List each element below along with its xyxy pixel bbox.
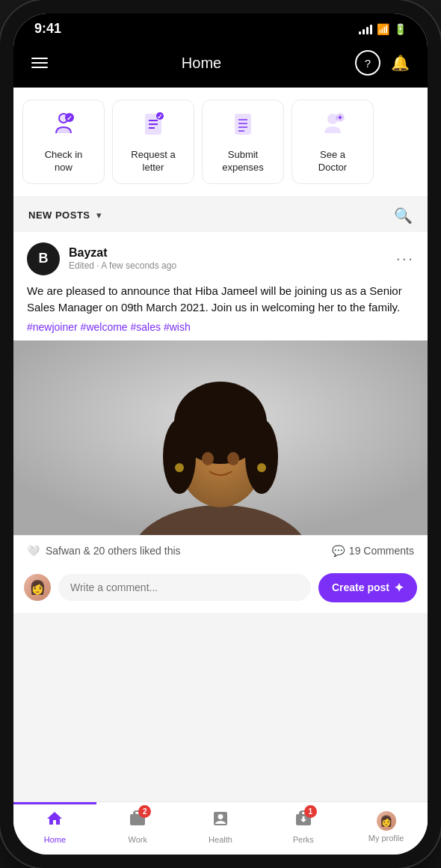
wifi-icon: 📶: [377, 23, 389, 35]
like-row[interactable]: 🤍 Safwan & 20 others liked this: [27, 545, 181, 557]
help-icon: ?: [365, 57, 371, 70]
work-badge: 2: [138, 805, 151, 818]
author-name: Bayzat: [69, 246, 176, 260]
action-check-in[interactable]: ✓ Check innow: [22, 100, 105, 184]
more-options-button[interactable]: ···: [396, 249, 414, 269]
page-title: Home: [182, 55, 221, 72]
svg-point-24: [163, 419, 196, 494]
post-actions: 🤍 Safwan & 20 others liked this 💬 19 Com…: [13, 535, 428, 566]
status-bar: 9:41 📶 🔋: [13, 13, 428, 41]
feed-title: NEW POSTS: [28, 210, 90, 221]
svg-point-15: [328, 114, 337, 123]
home-icon: [46, 810, 64, 832]
profile-avatar: 👩: [377, 811, 396, 831]
create-post-label: Create post: [332, 581, 389, 593]
notification-bell-icon[interactable]: 🔔: [391, 54, 410, 72]
feed-header: NEW POSTS ▾ 🔍: [13, 196, 428, 232]
nav-label-health: Health: [209, 835, 232, 844]
request-letter-label: Request aletter: [131, 149, 175, 174]
sparkle-icon: ✦: [394, 581, 404, 595]
post-body: We are pleased to announce that Hiba Jam…: [13, 280, 428, 340]
nav-right: ? 🔔: [355, 50, 410, 76]
submit-expenses-label: Submitexpenses: [222, 149, 264, 174]
comment-icon: 💬: [332, 545, 345, 557]
nav-item-perks[interactable]: 1 Perks: [262, 802, 345, 849]
phone-screen: 9:41 📶 🔋 Home ? 🔔: [13, 13, 428, 855]
status-time: 9:41: [34, 21, 61, 37]
search-icon[interactable]: 🔍: [394, 207, 413, 224]
signal-icon: [359, 24, 372, 34]
see-doctor-icon: [319, 111, 346, 143]
quick-actions-bar: ✓ Check innow ✓ Request al: [13, 88, 428, 196]
action-see-doctor[interactable]: See aDoctor: [292, 100, 374, 184]
nav-label-work: Work: [128, 835, 147, 844]
health-icon: [212, 810, 229, 832]
help-button[interactable]: ?: [355, 50, 380, 76]
comments-count: 19 Comments: [349, 545, 414, 557]
bottom-nav: Home 2 Work Health 1 Perks: [13, 801, 428, 855]
action-request-letter[interactable]: ✓ Request aletter: [112, 100, 194, 184]
svg-point-25: [245, 419, 278, 494]
nav-label-home: Home: [44, 835, 66, 844]
battery-icon: 🔋: [394, 23, 407, 35]
phone-shell: 9:41 📶 🔋 Home ? 🔔: [0, 0, 441, 868]
status-icons: 📶 🔋: [359, 23, 407, 35]
top-nav: Home ? 🔔: [13, 41, 428, 88]
comment-row[interactable]: 💬 19 Comments: [332, 545, 414, 557]
svg-point-27: [227, 452, 239, 465]
hamburger-menu[interactable]: [31, 58, 48, 68]
nav-label-perks: Perks: [293, 835, 314, 844]
create-post-button[interactable]: Create post ✦: [318, 573, 417, 602]
post-author-row: B Bayzat Edited · A few seconds ago: [27, 242, 176, 275]
post-card: B Bayzat Edited · A few seconds ago ··· …: [13, 232, 428, 613]
svg-point-29: [257, 463, 266, 472]
action-submit-expenses[interactable]: Submitexpenses: [202, 100, 284, 184]
chevron-down-icon: ▾: [96, 210, 102, 221]
svg-text:✓: ✓: [67, 114, 73, 122]
request-letter-icon: ✓: [140, 111, 167, 143]
comment-input-row: 👩 Create post ✦: [13, 566, 428, 613]
svg-text:✓: ✓: [157, 113, 163, 120]
work-icon: 2: [129, 810, 147, 832]
check-in-label: Check innow: [45, 149, 83, 174]
svg-point-28: [175, 463, 184, 472]
post-timestamp: Edited · A few seconds ago: [69, 260, 176, 271]
post-tags: #newjoiner #welcome #sales #wish: [27, 321, 414, 333]
nav-item-home[interactable]: Home: [13, 802, 96, 849]
see-doctor-label: See aDoctor: [318, 149, 347, 174]
check-in-icon: ✓: [50, 111, 77, 143]
likes-text: Safwan & 20 others liked this: [46, 545, 181, 557]
perks-icon: 1: [294, 810, 312, 832]
post-image: [13, 340, 428, 535]
heart-icon: 🤍: [27, 545, 40, 557]
svg-point-26: [202, 452, 214, 465]
post-header: B Bayzat Edited · A few seconds ago ···: [13, 232, 428, 280]
comment-input[interactable]: [58, 574, 311, 601]
avatar: B: [27, 242, 60, 275]
feed-section: NEW POSTS ▾ 🔍 B Bayzat Edited · A few se…: [13, 196, 428, 801]
post-text: We are pleased to announce that Hiba Jam…: [27, 283, 414, 317]
submit-expenses-icon: [229, 111, 256, 143]
feed-title-row[interactable]: NEW POSTS ▾: [28, 210, 102, 221]
author-info: Bayzat Edited · A few seconds ago: [69, 246, 176, 271]
nav-label-profile: My profile: [368, 834, 404, 843]
nav-item-profile[interactable]: 👩 My profile: [345, 802, 428, 849]
nav-item-work[interactable]: 2 Work: [96, 802, 179, 849]
nav-item-health[interactable]: Health: [179, 802, 262, 849]
commenter-avatar: 👩: [24, 574, 51, 601]
perks-badge: 1: [304, 805, 317, 818]
profile-icon: 👩: [377, 811, 396, 831]
